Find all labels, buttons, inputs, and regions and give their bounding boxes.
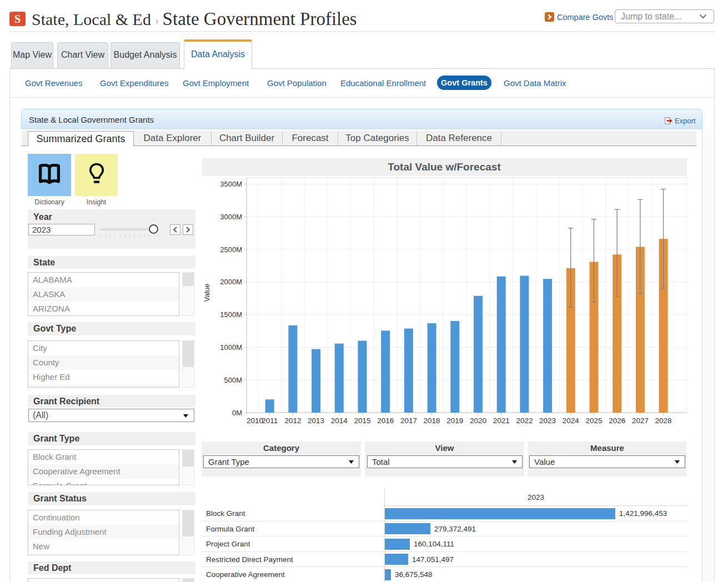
svg-text:2019: 2019 <box>446 417 463 425</box>
svg-text:2013: 2013 <box>308 417 324 425</box>
svg-text:2015: 2015 <box>354 417 370 425</box>
svg-text:2000M: 2000M <box>220 278 242 286</box>
svg-text:2010: 2010 <box>247 417 263 425</box>
svg-text:2500M: 2500M <box>220 245 242 254</box>
svg-text:2023: 2023 <box>539 417 556 425</box>
svg-text:Total Value w/Forecast: Total Value w/Forecast <box>388 161 501 173</box>
svg-text:2014: 2014 <box>331 417 348 425</box>
svg-text:3000M: 3000M <box>220 213 242 221</box>
svg-text:2026: 2026 <box>609 417 625 425</box>
svg-text:3500M: 3500M <box>220 180 242 188</box>
svg-text:1500M: 1500M <box>220 310 242 319</box>
svg-text:2018: 2018 <box>424 417 440 425</box>
svg-text:2016: 2016 <box>377 417 394 425</box>
svg-text:2011: 2011 <box>262 417 278 425</box>
svg-text:1000M: 1000M <box>220 343 242 352</box>
svg-text:2017: 2017 <box>400 417 417 425</box>
svg-text:2020: 2020 <box>470 417 486 425</box>
svg-text:2028: 2028 <box>655 417 672 425</box>
svg-text:2024: 2024 <box>563 417 580 425</box>
svg-text:2022: 2022 <box>516 417 533 425</box>
svg-text:2027: 2027 <box>632 417 649 425</box>
svg-text:Value: Value <box>203 284 211 302</box>
svg-text:2021: 2021 <box>493 417 510 425</box>
svg-text:2025: 2025 <box>585 417 602 425</box>
svg-text:2012: 2012 <box>284 417 301 425</box>
svg-text:0M: 0M <box>232 409 242 417</box>
svg-text:500M: 500M <box>224 376 242 384</box>
